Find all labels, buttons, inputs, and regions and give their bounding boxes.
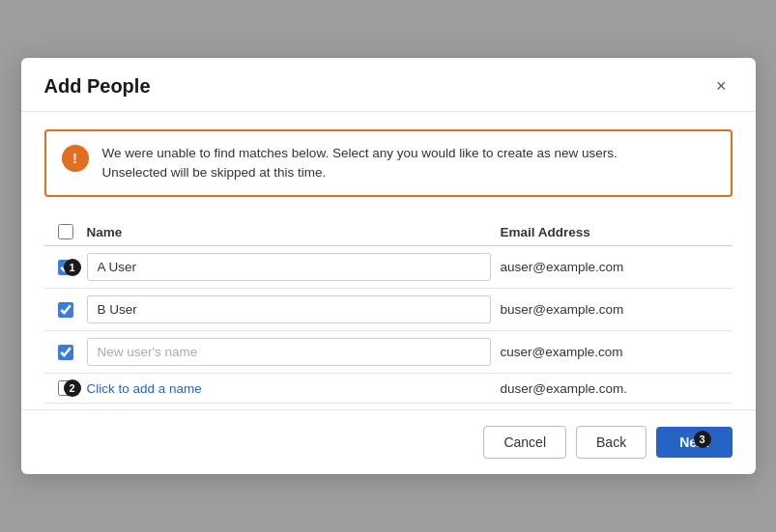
modal-title: Add People xyxy=(44,75,151,98)
col-name-header: Name xyxy=(87,225,501,239)
row-1-checkbox[interactable] xyxy=(58,260,73,275)
table-row: buser@example.com xyxy=(44,289,733,331)
row-1-name-input[interactable] xyxy=(87,253,491,281)
alert-text: We were unable to find matches below. Se… xyxy=(102,144,618,183)
row-3-checkbox[interactable] xyxy=(58,345,73,360)
row-2-checkbox[interactable] xyxy=(58,302,73,318)
modal-body: ! We were unable to find matches below. … xyxy=(21,112,756,405)
row-3-email: cuser@example.com xyxy=(501,345,733,359)
modal-backdrop: Add People × ! We were unable to find ma… xyxy=(0,0,776,532)
row-4-checkbox-col: 2 xyxy=(44,380,87,396)
modal-header: Add People × xyxy=(21,58,756,112)
alert-line1: We were unable to find matches below. Se… xyxy=(102,146,618,160)
table-header: Name Email Address xyxy=(44,216,733,246)
row-1-email: auser@example.com xyxy=(501,260,733,274)
row-4-name-link[interactable]: Click to add a name xyxy=(87,381,491,396)
next-button-wrapper: 3 Next xyxy=(656,427,732,458)
close-button[interactable]: × xyxy=(710,75,733,97)
cancel-button[interactable]: Cancel xyxy=(483,426,566,459)
row-2-email: buser@example.com xyxy=(501,302,733,317)
next-badge: 3 xyxy=(694,431,711,448)
table-row: 1 auser@example.com xyxy=(44,246,733,289)
select-all-checkbox[interactable] xyxy=(58,224,73,239)
table-row: cuser@example.com xyxy=(44,331,733,374)
alert-box: ! We were unable to find matches below. … xyxy=(44,129,733,198)
modal-footer: Cancel Back 3 Next xyxy=(21,409,756,474)
row-3-name-input[interactable] xyxy=(87,338,491,366)
row-4-checkbox[interactable] xyxy=(58,380,73,396)
row-1-checkbox-col: 1 xyxy=(44,260,87,275)
users-table: Name Email Address 1 auser@example.com xyxy=(44,216,733,404)
back-button[interactable]: Back xyxy=(576,426,647,459)
row-2-checkbox-col xyxy=(44,302,87,318)
header-checkbox-col xyxy=(44,224,87,239)
alert-line2: Unselected will be skipped at this time. xyxy=(102,165,327,180)
row-4-email: duser@example.com. xyxy=(501,381,733,396)
table-row: 2 Click to add a name duser@example.com. xyxy=(44,374,733,404)
row-2-name-input[interactable] xyxy=(87,295,491,323)
row-3-checkbox-col xyxy=(44,345,87,360)
modal-dialog: Add People × ! We were unable to find ma… xyxy=(21,58,756,475)
col-email-header: Email Address xyxy=(501,225,733,239)
alert-icon: ! xyxy=(62,145,89,172)
